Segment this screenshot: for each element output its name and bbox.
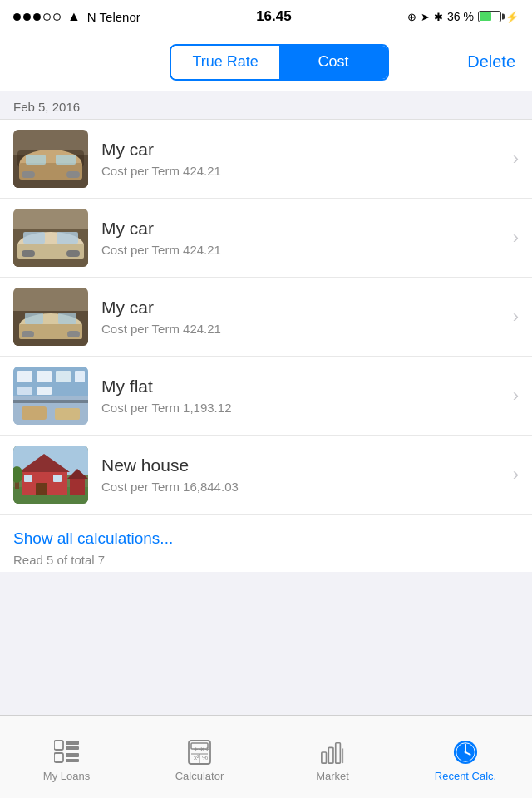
bluetooth-icon: ✱ bbox=[434, 11, 443, 23]
svg-rect-33 bbox=[37, 387, 52, 395]
svg-rect-15 bbox=[23, 232, 45, 244]
svg-rect-14 bbox=[66, 250, 80, 257]
item-image-house bbox=[13, 446, 88, 504]
charging-icon: ⚡ bbox=[505, 11, 519, 23]
show-all-link[interactable]: Show all calculations... bbox=[13, 530, 519, 548]
item-image-car1 bbox=[13, 130, 88, 188]
nav-bar: True Rate Cost Delete bbox=[0, 33, 532, 91]
svg-rect-43 bbox=[24, 475, 32, 482]
svg-rect-64 bbox=[328, 747, 333, 763]
svg-rect-53 bbox=[66, 753, 79, 757]
svg-rect-51 bbox=[66, 746, 79, 750]
svg-rect-21 bbox=[22, 331, 34, 337]
item-subtitle: Cost per Term 424.21 bbox=[101, 322, 506, 336]
segment-control[interactable]: True Rate Cost bbox=[170, 44, 389, 81]
svg-rect-42 bbox=[36, 483, 47, 495]
calculator-icon: +− ×÷ x² % bbox=[186, 739, 213, 766]
svg-text:x²: x² bbox=[194, 754, 200, 761]
tab-my-loans[interactable]: My Loans bbox=[0, 732, 133, 782]
svg-rect-22 bbox=[67, 331, 80, 337]
svg-rect-35 bbox=[22, 406, 47, 420]
item-subtitle: Cost per Term 1,193.12 bbox=[101, 401, 506, 415]
svg-rect-28 bbox=[17, 371, 32, 382]
svg-rect-32 bbox=[17, 387, 32, 395]
svg-rect-16 bbox=[57, 232, 78, 244]
svg-rect-6 bbox=[66, 171, 80, 178]
item-content: My car Cost per Term 424.21 bbox=[88, 298, 506, 336]
svg-rect-54 bbox=[66, 759, 79, 762]
item-title: My car bbox=[101, 219, 506, 239]
item-content: My flat Cost per Term 1,193.12 bbox=[88, 377, 506, 415]
item-subtitle: Cost per Term 16,844.03 bbox=[101, 480, 506, 494]
carrier-label: N Telenor bbox=[87, 10, 140, 24]
status-bar: ▲ N Telenor 16.45 ⊕ ➤ ✱ 36 % ⚡ bbox=[0, 0, 532, 33]
loans-icon bbox=[53, 739, 80, 766]
market-icon bbox=[319, 739, 346, 766]
wifi-icon: ▲ bbox=[67, 9, 81, 24]
svg-rect-8 bbox=[56, 155, 76, 165]
svg-rect-5 bbox=[22, 171, 35, 178]
svg-rect-50 bbox=[66, 741, 79, 745]
item-subtitle: Cost per Term 424.21 bbox=[101, 243, 506, 257]
svg-rect-45 bbox=[70, 477, 85, 495]
svg-text:%: % bbox=[202, 754, 208, 761]
item-title: My car bbox=[101, 140, 506, 160]
svg-rect-7 bbox=[26, 155, 46, 165]
chevron-icon: › bbox=[513, 464, 519, 485]
svg-rect-63 bbox=[322, 752, 327, 763]
item-image-flat bbox=[13, 367, 88, 425]
tab-recent-calc[interactable]: Recent Calc. bbox=[399, 732, 532, 782]
item-image-car3 bbox=[13, 288, 88, 346]
svg-rect-29 bbox=[37, 371, 52, 382]
svg-rect-49 bbox=[54, 741, 63, 750]
list-item[interactable]: My car Cost per Term 424.21 › bbox=[0, 120, 532, 199]
empty-area bbox=[0, 572, 532, 680]
list-item[interactable]: My car Cost per Term 424.21 › bbox=[0, 278, 532, 357]
list-item[interactable]: My flat Cost per Term 1,193.12 › bbox=[0, 357, 532, 436]
battery-percent: 36 % bbox=[447, 10, 474, 23]
item-content: My car Cost per Term 424.21 bbox=[88, 219, 506, 257]
delete-button[interactable]: Delete bbox=[467, 52, 515, 71]
chevron-icon: › bbox=[513, 148, 519, 170]
chevron-icon: › bbox=[513, 306, 519, 328]
svg-rect-66 bbox=[342, 748, 343, 763]
dot1 bbox=[13, 13, 21, 21]
item-title: My flat bbox=[101, 377, 506, 397]
battery-fill bbox=[480, 12, 491, 21]
list-item[interactable]: New house Cost per Term 16,844.03 › bbox=[0, 436, 532, 514]
arrow-icon: ➤ bbox=[421, 11, 430, 23]
recent-icon bbox=[452, 739, 479, 766]
status-time: 16.45 bbox=[256, 8, 292, 25]
dot5 bbox=[53, 13, 61, 21]
tab-calculator[interactable]: +− ×÷ x² % Calculator bbox=[133, 732, 266, 782]
svg-point-71 bbox=[465, 751, 467, 753]
tab-bar: My Loans +− ×÷ x² % Calculator bbox=[0, 715, 532, 798]
show-all-sub: Read 5 of total 7 bbox=[13, 553, 519, 567]
tab-recent-calc-label: Recent Calc. bbox=[435, 770, 496, 782]
item-title: My car bbox=[101, 298, 506, 318]
svg-rect-36 bbox=[55, 408, 80, 420]
dot3 bbox=[33, 13, 41, 21]
status-left: ▲ N Telenor bbox=[13, 9, 140, 24]
list-item[interactable]: My car Cost per Term 424.21 › bbox=[0, 199, 532, 278]
svg-rect-52 bbox=[54, 753, 63, 762]
cost-tab[interactable]: Cost bbox=[279, 46, 387, 79]
section-header: Feb 5, 2016 bbox=[0, 91, 532, 120]
svg-rect-13 bbox=[22, 250, 35, 257]
dot4 bbox=[43, 13, 51, 21]
svg-rect-24 bbox=[58, 313, 76, 324]
svg-rect-23 bbox=[25, 313, 43, 324]
tab-calculator-label: Calculator bbox=[175, 770, 224, 782]
chevron-icon: › bbox=[513, 385, 519, 406]
item-content: New house Cost per Term 16,844.03 bbox=[88, 456, 506, 494]
section-date: Feb 5, 2016 bbox=[13, 100, 80, 114]
item-image-car2 bbox=[13, 209, 88, 267]
svg-rect-30 bbox=[56, 371, 71, 382]
tab-market[interactable]: Market bbox=[266, 732, 399, 782]
loan-list: My car Cost per Term 424.21 › My car Cos… bbox=[0, 120, 532, 514]
svg-rect-34 bbox=[13, 400, 88, 403]
true-rate-tab[interactable]: True Rate bbox=[171, 46, 279, 79]
tab-market-label: Market bbox=[316, 770, 349, 782]
svg-rect-44 bbox=[53, 475, 62, 482]
signal-dots bbox=[13, 13, 61, 21]
